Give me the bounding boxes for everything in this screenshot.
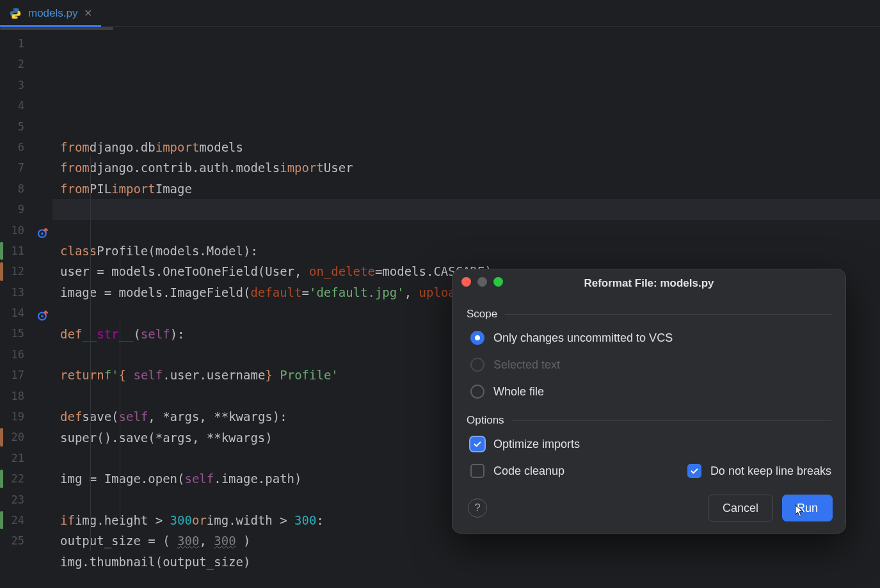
editor-gutter: 1234567891011121314151617181920212223242… <box>0 31 52 588</box>
code-line[interactable] <box>52 220 880 241</box>
line-number[interactable]: 14 <box>0 303 52 323</box>
window-close-icon[interactable] <box>461 277 471 287</box>
checkbox-icon <box>687 464 701 478</box>
svg-point-3 <box>41 315 44 318</box>
code-line[interactable]: from django.contrib.auth.models import U… <box>52 157 880 178</box>
line-number[interactable]: 10 <box>0 220 52 241</box>
option-optimize-imports[interactable]: Optimize imports <box>467 431 831 457</box>
scope-radio-whole-file[interactable]: Whole file <box>467 378 831 405</box>
close-icon[interactable]: ✕ <box>84 7 92 19</box>
code-line[interactable]: from django.db import models <box>52 137 880 157</box>
window-traffic-lights[interactable] <box>461 277 503 287</box>
code-line[interactable] <box>52 199 880 219</box>
line-number[interactable]: 21 <box>0 448 52 468</box>
reformat-file-dialog: Reformat File: models.py Scope Only chan… <box>452 269 846 534</box>
checkbox-icon <box>470 464 484 478</box>
line-number[interactable]: 6 <box>0 137 52 157</box>
scope-section-label: Scope <box>467 308 831 321</box>
line-number[interactable]: 24 <box>0 510 52 530</box>
line-number[interactable]: 23 <box>0 489 52 510</box>
line-number[interactable]: 9 <box>0 199 52 219</box>
line-number[interactable]: 1 <box>0 33 52 54</box>
line-number[interactable]: 22 <box>0 468 52 489</box>
vcs-change-marker[interactable] <box>0 262 3 280</box>
option-code-cleanup[interactable]: Code cleanup <box>467 457 564 484</box>
editor-tab-bar: models.py ✕ <box>0 0 880 27</box>
line-number[interactable]: 7 <box>0 157 52 178</box>
scope-radio-vcs[interactable]: Only changes uncommitted to VCS <box>467 324 831 351</box>
python-file-icon <box>9 7 22 20</box>
dialog-title: Reformat File: models.py <box>584 277 714 290</box>
line-number[interactable]: 2 <box>0 54 52 74</box>
mouse-cursor-icon <box>794 504 806 518</box>
help-button[interactable]: ? <box>468 498 487 518</box>
code-line[interactable]: class Profile(models.Model): <box>52 241 880 261</box>
code-line[interactable] <box>52 572 880 588</box>
indent-guide <box>120 321 120 530</box>
vcs-change-marker[interactable] <box>0 470 3 488</box>
tab-scroll-indicator <box>0 27 113 30</box>
vcs-change-marker[interactable] <box>0 511 3 529</box>
radio-icon <box>470 331 484 345</box>
options-section-label: Options <box>467 414 831 427</box>
line-number[interactable]: 15 <box>0 323 52 344</box>
override-gutter-icon[interactable] <box>37 225 49 236</box>
vcs-change-marker[interactable] <box>0 242 3 260</box>
line-number[interactable]: 4 <box>0 95 52 116</box>
cancel-button[interactable]: Cancel <box>708 495 773 521</box>
checkbox-icon <box>470 437 484 451</box>
line-number[interactable]: 16 <box>0 344 52 365</box>
radio-icon <box>470 385 484 399</box>
line-number[interactable]: 20 <box>0 427 52 447</box>
tab-models-py[interactable]: models.py ✕ <box>0 0 101 26</box>
line-number[interactable]: 13 <box>0 282 52 303</box>
svg-point-1 <box>41 232 44 235</box>
code-line[interactable]: from PIL import Image <box>52 179 880 199</box>
code-line[interactable]: img.thumbnail(output_size) <box>52 552 880 572</box>
scope-radio-selected-text: Selected text <box>467 351 831 378</box>
line-number[interactable]: 8 <box>0 179 52 199</box>
line-number[interactable]: 17 <box>0 365 52 385</box>
code-line[interactable]: output_size = ( 300, 300 ) <box>52 530 880 551</box>
line-number[interactable]: 19 <box>0 406 52 427</box>
option-no-line-breaks[interactable]: Do not keep line breaks <box>684 457 831 484</box>
window-minimize-icon[interactable] <box>477 277 487 287</box>
line-number[interactable]: 18 <box>0 386 52 406</box>
radio-icon <box>470 358 484 372</box>
line-number[interactable]: 5 <box>0 116 52 137</box>
tab-filename: models.py <box>28 7 77 20</box>
indent-guide <box>90 155 91 551</box>
line-number[interactable]: 12 <box>0 261 52 282</box>
line-number[interactable]: 25 <box>0 530 52 551</box>
vcs-change-marker[interactable] <box>0 428 3 446</box>
run-button[interactable]: Run <box>782 495 833 521</box>
line-number[interactable]: 11 <box>0 241 52 261</box>
line-number[interactable]: 3 <box>0 75 52 95</box>
override-gutter-icon[interactable] <box>37 307 49 319</box>
indent-guide <box>120 239 120 282</box>
dialog-titlebar[interactable]: Reformat File: models.py <box>452 269 845 298</box>
window-zoom-icon[interactable] <box>493 277 503 287</box>
